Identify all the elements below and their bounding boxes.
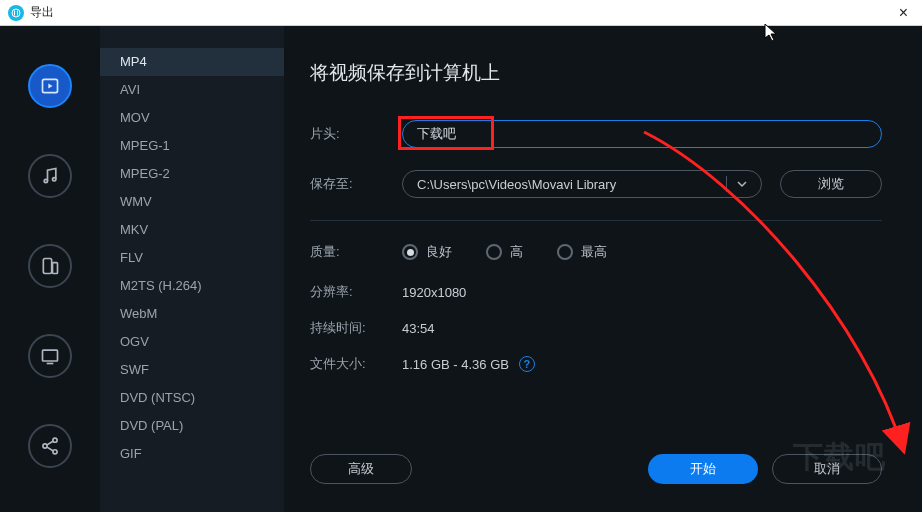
page-title: 将视频保存到计算机上 bbox=[310, 60, 882, 86]
advanced-button[interactable]: 高级 bbox=[310, 454, 412, 484]
quality-radio-1[interactable]: 高 bbox=[486, 243, 523, 261]
format-item-gif[interactable]: GIF bbox=[100, 440, 284, 468]
window-title: 导出 bbox=[30, 4, 54, 21]
window-titlebar: 导出 × bbox=[0, 0, 922, 26]
app-body: MP4AVIMOVMPEG-1MPEG-2WMVMKVFLVM2TS (H.26… bbox=[0, 26, 922, 512]
save-path-select[interactable]: C:\Users\pc\Videos\Movavi Library bbox=[402, 170, 762, 198]
quality-row: 质量: 良好高最高 bbox=[310, 243, 882, 261]
format-list: MP4AVIMOVMPEG-1MPEG-2WMVMKVFLVM2TS (H.26… bbox=[100, 26, 284, 512]
category-iconbar bbox=[0, 26, 100, 512]
quality-radio-0[interactable]: 良好 bbox=[402, 243, 452, 261]
category-audio-icon[interactable] bbox=[28, 154, 72, 198]
quality-radio-group: 良好高最高 bbox=[402, 243, 607, 261]
app-icon bbox=[8, 5, 24, 21]
radio-dot-icon bbox=[486, 244, 502, 260]
bottom-button-bar: 高级 开始 取消 bbox=[310, 454, 882, 484]
radio-label: 高 bbox=[510, 243, 523, 261]
format-item-swf[interactable]: SWF bbox=[100, 356, 284, 384]
format-item-avi[interactable]: AVI bbox=[100, 76, 284, 104]
close-icon[interactable]: × bbox=[893, 4, 914, 22]
resolution-value: 1920x1080 bbox=[402, 283, 466, 301]
svg-rect-6 bbox=[43, 350, 58, 361]
title-label: 片头: bbox=[310, 125, 402, 143]
quality-label: 质量: bbox=[310, 243, 402, 261]
format-item-dvd-pal-[interactable]: DVD (PAL) bbox=[100, 412, 284, 440]
category-share-icon[interactable] bbox=[28, 424, 72, 468]
format-item-mpeg-1[interactable]: MPEG-1 bbox=[100, 132, 284, 160]
help-icon[interactable]: ? bbox=[519, 356, 535, 372]
cancel-button[interactable]: 取消 bbox=[772, 454, 882, 484]
save-to-label: 保存至: bbox=[310, 175, 402, 193]
save-to-row: 保存至: C:\Users\pc\Videos\Movavi Library 浏… bbox=[310, 170, 882, 198]
duration-label: 持续时间: bbox=[310, 319, 402, 337]
resolution-label: 分辨率: bbox=[310, 283, 402, 301]
format-item-mov[interactable]: MOV bbox=[100, 104, 284, 132]
divider bbox=[310, 220, 882, 221]
filesize-value: 1.16 GB - 4.36 GB bbox=[402, 357, 509, 372]
duration-row: 持续时间: 43:54 bbox=[310, 319, 882, 337]
cursor-icon bbox=[764, 23, 780, 43]
start-button[interactable]: 开始 bbox=[648, 454, 758, 484]
quality-radio-2[interactable]: 最高 bbox=[557, 243, 607, 261]
svg-point-3 bbox=[53, 178, 56, 181]
resolution-row: 分辨率: 1920x1080 bbox=[310, 283, 882, 301]
format-item-flv[interactable]: FLV bbox=[100, 244, 284, 272]
category-device-icon[interactable] bbox=[28, 244, 72, 288]
save-path-value: C:\Users\pc\Videos\Movavi Library bbox=[417, 177, 616, 192]
radio-dot-icon bbox=[557, 244, 573, 260]
browse-button[interactable]: 浏览 bbox=[780, 170, 882, 198]
category-tv-icon[interactable] bbox=[28, 334, 72, 378]
filesize-row: 文件大小: 1.16 GB - 4.36 GB ? bbox=[310, 355, 882, 373]
radio-label: 最高 bbox=[581, 243, 607, 261]
radio-dot-icon bbox=[402, 244, 418, 260]
svg-point-0 bbox=[12, 9, 20, 17]
settings-panel: 将视频保存到计算机上 片头: 保存至: C:\Users\pc\Videos\M… bbox=[284, 26, 922, 512]
svg-point-2 bbox=[44, 179, 47, 182]
radio-label: 良好 bbox=[426, 243, 452, 261]
title-input[interactable] bbox=[402, 120, 882, 148]
format-item-dvd-ntsc-[interactable]: DVD (NTSC) bbox=[100, 384, 284, 412]
format-item-mkv[interactable]: MKV bbox=[100, 216, 284, 244]
filesize-label: 文件大小: bbox=[310, 355, 402, 373]
chevron-down-icon bbox=[726, 176, 747, 192]
svg-rect-5 bbox=[53, 263, 58, 274]
format-item-mp4[interactable]: MP4 bbox=[100, 48, 284, 76]
svg-rect-4 bbox=[43, 259, 51, 274]
format-item-webm[interactable]: WebM bbox=[100, 300, 284, 328]
format-item-ogv[interactable]: OGV bbox=[100, 328, 284, 356]
format-item-mpeg-2[interactable]: MPEG-2 bbox=[100, 160, 284, 188]
format-item-wmv[interactable]: WMV bbox=[100, 188, 284, 216]
format-item-m2ts-h-264-[interactable]: M2TS (H.264) bbox=[100, 272, 284, 300]
duration-value: 43:54 bbox=[402, 319, 435, 337]
category-video-icon[interactable] bbox=[28, 64, 72, 108]
title-row: 片头: bbox=[310, 120, 882, 148]
